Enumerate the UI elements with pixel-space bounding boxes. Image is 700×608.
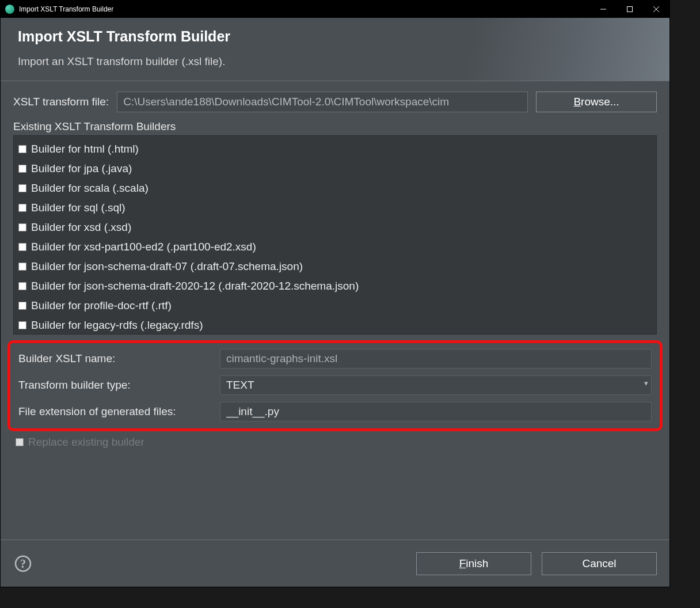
transform-type-select[interactable] [220,375,652,395]
list-item-checkbox[interactable] [18,165,26,173]
list-item-checkbox[interactable] [18,204,26,212]
xslt-file-label: XSLT transform file: [13,96,109,108]
xslt-file-input[interactable] [117,92,528,112]
list-item[interactable]: Builder for profile-doc-rtf (.rtf) [18,296,652,316]
titlebar: Import XSLT Transform Builder [1,1,669,18]
highlighted-form-section: Builder XSLT name: Transform builder typ… [7,340,663,431]
builder-xslt-name-label: Builder XSLT name: [18,352,214,365]
dialog-title: Import XSLT Transform Builder [18,28,652,45]
list-item[interactable]: Builder for legacy-rdfs (.legacy.rdfs) [18,316,652,335]
file-extension-input[interactable] [220,402,652,421]
list-item-checkbox[interactable] [18,145,26,153]
list-item-label: Builder for json-schema-draft-2020-12 (.… [31,280,359,292]
list-item[interactable]: Builder for jpa (.java) [18,159,652,178]
list-item-checkbox[interactable] [18,321,26,329]
finish-button[interactable]: Finish [416,552,531,575]
list-item-checkbox[interactable] [18,243,26,251]
app-icon [5,5,14,14]
list-item-label: Builder for profile-doc-rtf (.rtf) [31,299,172,312]
builder-xslt-name-input[interactable] [220,349,652,368]
list-item[interactable]: Builder for xsd-part100-ed2 (.part100-ed… [18,237,652,257]
list-item-checkbox[interactable] [18,282,26,290]
replace-existing-label: Replace existing builder [28,436,144,449]
dialog-subtitle: Import an XSLT transform builder (.xsl f… [18,55,652,68]
dialog-header: Import XSLT Transform Builder Import an … [1,18,669,81]
list-item[interactable]: Builder for html (.html) [18,139,652,159]
maximize-button[interactable] [617,1,643,18]
browse-button[interactable]: Browse... [536,92,657,112]
svg-rect-1 [627,7,633,12]
dialog-window: Import XSLT Transform Builder Import XSL… [0,0,670,587]
cancel-button[interactable]: Cancel [542,552,657,575]
dialog-content: XSLT transform file: Browse... Existing … [1,81,669,449]
list-item-label: Builder for sql (.sql) [31,202,125,214]
transform-type-label: Transform builder type: [18,379,214,392]
list-item-label: Builder for jpa (.java) [31,162,132,175]
dialog-footer: ? Finish Cancel [1,539,669,587]
list-item-label: Builder for scala (.scala) [31,182,149,195]
list-item-label: Builder for html (.html) [31,143,139,155]
list-item-label: Builder for xsd (.xsd) [31,221,131,234]
transform-type-value[interactable] [220,375,652,395]
list-item[interactable]: Builder for json-schema-draft-07 (.draft… [18,257,652,276]
file-extension-label: File extension of generated files: [18,405,214,418]
list-item-checkbox[interactable] [18,223,26,231]
existing-builders-label: Existing XSLT Transform Builders [13,120,657,133]
list-item-label: Builder for json-schema-draft-07 (.draft… [31,260,303,273]
list-item-checkbox[interactable] [18,302,26,310]
close-button[interactable] [643,1,669,18]
list-item[interactable]: Builder for json-schema-draft-2020-12 (.… [18,276,652,296]
list-item-checkbox[interactable] [18,184,26,192]
list-item-label: Builder for xsd-part100-ed2 (.part100-ed… [31,241,256,253]
list-item-checkbox[interactable] [18,263,26,271]
list-item-label: Builder for legacy-rdfs (.legacy.rdfs) [31,319,203,332]
list-item[interactable]: Builder for scala (.scala) [18,178,652,198]
list-item[interactable]: Builder for sql (.sql) [18,198,652,218]
help-icon[interactable]: ? [13,554,33,573]
minimize-button[interactable] [590,1,617,18]
window-title: Import XSLT Transform Builder [19,5,590,13]
existing-builders-list[interactable]: Builder for html (.html)Builder for jpa … [13,135,657,335]
list-item[interactable]: Builder for xsd (.xsd) [18,218,652,237]
replace-existing-checkbox [16,438,24,446]
svg-text:?: ? [20,557,26,570]
